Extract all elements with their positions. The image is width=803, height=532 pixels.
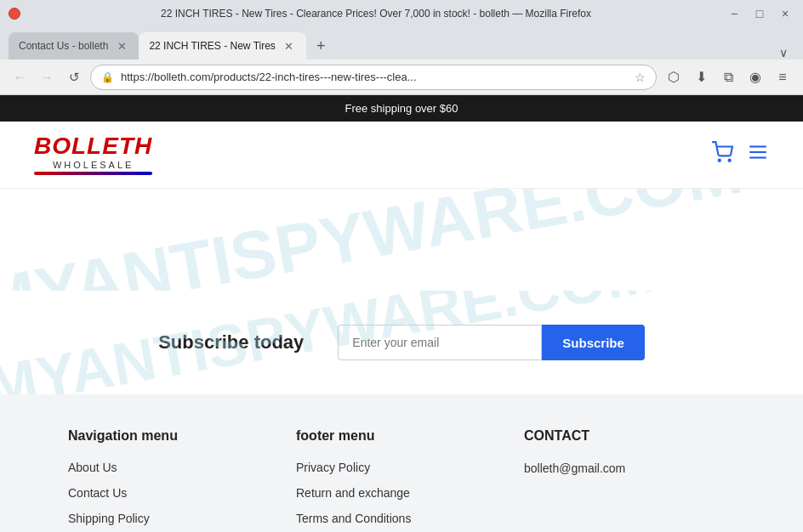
email-input[interactable]	[338, 325, 542, 360]
announcement-text: Free shipping over $60	[345, 102, 458, 115]
address-bar: ← → ↺ 🔒 https://bolleth.com/products/22-…	[0, 59, 803, 95]
refresh-button[interactable]: ↺	[63, 66, 85, 88]
profile-button[interactable]: ◉	[743, 65, 767, 89]
pocket-button[interactable]: ⬡	[662, 65, 686, 89]
logo-text: BOLLETH	[34, 134, 152, 158]
footer-nav-menu: Navigation menu About Us Contact Us Ship…	[68, 428, 279, 532]
footer-nav-title: Navigation menu	[68, 428, 279, 444]
footer-link-return-exchange[interactable]: Return and exchange	[296, 486, 507, 500]
tab-contact-us-label: Contact Us - bolleth	[19, 40, 108, 52]
extensions-button[interactable]: ⧉	[716, 65, 740, 89]
traffic-lights: ✕	[9, 8, 20, 20]
watermark-text: MYANTISPYWARE.COM	[0, 189, 748, 291]
tab-contact-us-close[interactable]: ✕	[115, 39, 128, 53]
watermark-section: MYANTISPYWARE.COM	[0, 189, 803, 291]
bookmark-star-icon[interactable]: ☆	[635, 71, 646, 84]
firefox-menu-button[interactable]: ≡	[771, 65, 794, 89]
logo-sub: WHOLESALE	[34, 160, 152, 170]
new-tab-button[interactable]: +	[310, 32, 333, 59]
back-button[interactable]: ←	[9, 66, 31, 88]
footer-menu-title: footer menu	[296, 428, 507, 444]
minimize-button[interactable]: −	[725, 4, 743, 23]
tab-overflow-button[interactable]: ∨	[772, 46, 794, 59]
footer-link-shipping-policy[interactable]: Shipping Policy	[68, 512, 279, 525]
footer-section: Navigation menu About Us Contact Us Ship…	[0, 394, 803, 532]
footer-footer-menu: footer menu Privacy Policy Return and ex…	[296, 428, 507, 532]
site-header: BOLLETH WHOLESALE	[0, 122, 803, 189]
svg-point-1	[729, 160, 731, 161]
close-traffic-light[interactable]: ✕	[9, 8, 20, 20]
page-content: Free shipping over $60 BOLLETH WHOLESALE	[0, 95, 803, 532]
download-button[interactable]: ⬇	[689, 65, 713, 89]
logo-area: BOLLETH WHOLESALE	[34, 134, 152, 175]
subscribe-button[interactable]: Subscribe	[542, 325, 645, 360]
toolbar-icons: ⬡ ⬇ ⧉ ◉ ≡	[662, 65, 794, 89]
tab-22-inch-tires-label: 22 INCH TIRES - New Tires	[149, 40, 275, 52]
logo[interactable]: BOLLETH WHOLESALE	[34, 134, 152, 175]
title-bar-controls: − □ ×	[725, 4, 794, 23]
tab-bar: Contact Us - bolleth ✕ 22 INCH TIRES - N…	[0, 27, 803, 59]
tab-22-inch-tires[interactable]: 22 INCH TIRES - New Tires ✕	[139, 32, 305, 59]
subscribe-title: Subscribe today	[158, 331, 304, 354]
browser-chrome: ✕ 22 INCH TIRES - New Tires - Clearance …	[0, 0, 803, 95]
announcement-bar: Free shipping over $60	[0, 95, 803, 122]
url-bar[interactable]: 🔒 https://bolleth.com/products/22-inch-t…	[90, 65, 657, 90]
header-icons	[711, 141, 769, 168]
footer-contact-title: CONTACT	[524, 428, 735, 444]
lock-icon: 🔒	[101, 71, 114, 83]
forward-button[interactable]: →	[36, 66, 58, 88]
footer-email: bolleth@gmail.com	[524, 461, 625, 475]
cart-icon[interactable]	[711, 141, 733, 168]
svg-point-0	[719, 160, 720, 161]
tab-contact-us[interactable]: Contact Us - bolleth ✕	[9, 32, 139, 59]
close-button[interactable]: ×	[776, 4, 794, 23]
footer-link-about-us[interactable]: About Us	[68, 461, 279, 474]
footer-link-contact-us[interactable]: Contact Us	[68, 486, 279, 500]
tab-22-inch-tires-close[interactable]: ✕	[282, 39, 296, 53]
title-bar: ✕ 22 INCH TIRES - New Tires - Clearance …	[0, 0, 803, 27]
footer-contact: CONTACT bolleth@gmail.com	[524, 428, 735, 532]
subscribe-section: MYANTISPYWARE.COM Subscribe today Subscr…	[0, 291, 803, 394]
footer-link-privacy-policy[interactable]: Privacy Policy	[296, 461, 507, 474]
hamburger-menu-icon[interactable]	[747, 141, 769, 168]
maximize-button[interactable]: □	[750, 4, 769, 23]
subscribe-form: Subscribe	[338, 325, 645, 360]
footer-grid: Navigation menu About Us Contact Us Ship…	[68, 428, 735, 532]
window-title: 22 INCH TIRES - New Tires - Clearance Pr…	[27, 8, 725, 20]
url-text: https://bolleth.com/products/22-inch-tir…	[121, 71, 628, 83]
logo-underline	[34, 172, 152, 175]
footer-link-terms-conditions[interactable]: Terms and Conditions	[296, 512, 507, 525]
